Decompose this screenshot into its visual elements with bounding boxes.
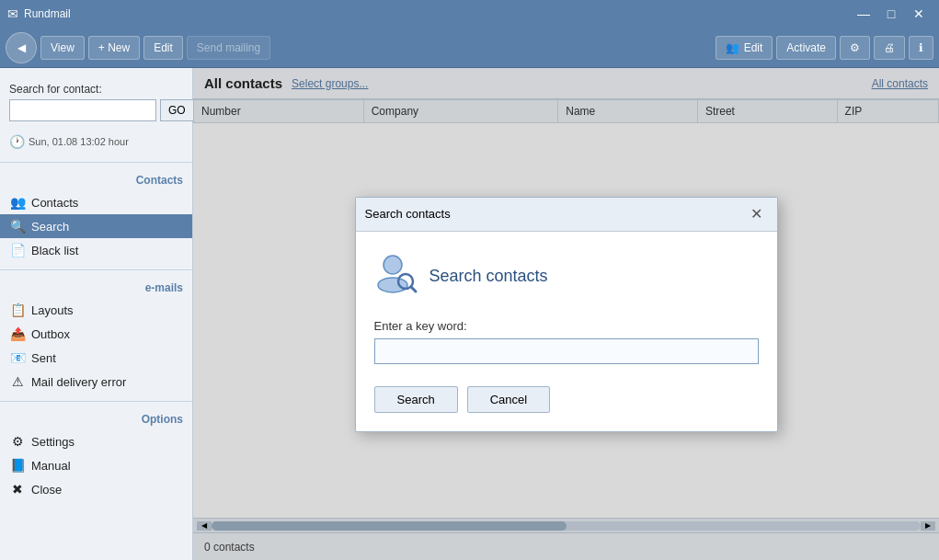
sidebar-layouts-label: Layouts — [31, 303, 74, 317]
search-for-contact-panel: Search for contact: GO — [0, 75, 192, 129]
sidebar-settings-label: Settings — [31, 435, 74, 449]
dialog-search-button[interactable]: Search — [374, 386, 458, 413]
maximize-button[interactable]: □ — [878, 5, 904, 23]
sidebar-manual-label: Manual — [31, 459, 71, 473]
activate-button[interactable]: Activate — [776, 36, 836, 60]
options-section-label: Options — [0, 409, 192, 429]
dialog-buttons: Search Cancel — [374, 386, 759, 413]
datetime-row: 🕐 Sun, 01.08 13:02 hour — [0, 129, 192, 154]
divider-2 — [0, 269, 192, 270]
sidebar-blacklist-label: Black list — [31, 244, 78, 257]
view-button[interactable]: View — [40, 36, 85, 60]
dialog-header-title: Search contacts — [429, 267, 548, 286]
toolbar-left: ◀ View + New Edit Send mailing — [6, 32, 716, 63]
manual-icon: 📘 — [9, 458, 26, 473]
edit-users-icon: 👥 — [726, 41, 739, 54]
svg-point-1 — [378, 278, 407, 292]
dialog-field-label: Enter a key word: — [374, 319, 759, 333]
search-icon: 🔍 — [9, 219, 26, 234]
sidebar-contacts-label: Contacts — [31, 196, 78, 210]
dialog-overlay: Search contacts ✕ — [193, 68, 939, 560]
dialog-cancel-button[interactable]: Cancel — [467, 386, 550, 413]
sent-icon: 📧 — [9, 350, 26, 365]
app-title: Rundmail — [24, 7, 851, 20]
emails-section-label: e-mails — [0, 278, 192, 298]
new-button[interactable]: + New — [88, 36, 140, 60]
back-button[interactable]: ◀ — [6, 32, 37, 63]
sidebar-item-manual[interactable]: 📘 Manual — [0, 453, 192, 477]
clock-icon: 🕐 — [9, 134, 25, 149]
sidebar-item-mail-delivery-error[interactable]: ⚠ Mail delivery error — [0, 370, 192, 394]
divider-3 — [0, 401, 192, 402]
gear-button[interactable]: ⚙ — [840, 36, 870, 60]
search-input-row: GO — [9, 99, 183, 121]
sidebar-item-search[interactable]: 🔍 Search — [0, 214, 192, 238]
dialog-title: Search contacts — [365, 207, 451, 221]
sidebar-outbox-label: Outbox — [31, 327, 70, 341]
app-icon: ✉ — [7, 6, 18, 21]
contacts-section-label: Contacts — [0, 170, 192, 190]
dialog-body: Search contacts Enter a key word: Search… — [356, 232, 777, 431]
datetime-text: Sun, 01.08 13:02 hour — [29, 136, 129, 147]
dialog-header-row: Search contacts — [374, 250, 759, 303]
sidebar: Search for contact: GO 🕐 Sun, 01.08 13:0… — [0, 68, 193, 560]
close-window-button[interactable]: ✕ — [906, 5, 932, 23]
dialog-close-button[interactable]: ✕ — [746, 203, 768, 225]
sidebar-item-sent[interactable]: 📧 Sent — [0, 346, 192, 370]
info-button[interactable]: ℹ — [909, 36, 933, 60]
svg-point-0 — [384, 256, 402, 274]
search-contacts-dialog: Search contacts ✕ — [355, 197, 778, 432]
settings-icon: ⚙ — [9, 434, 26, 449]
sidebar-item-close[interactable]: ✖ Close — [0, 477, 192, 501]
search-for-contact-label: Search for contact: — [9, 83, 183, 96]
main-layout: Search for contact: GO 🕐 Sun, 01.08 13:0… — [0, 68, 939, 560]
edit-right-button[interactable]: 👥 Edit — [716, 36, 773, 60]
close-sidebar-icon: ✖ — [9, 482, 26, 497]
layouts-icon: 📋 — [9, 303, 26, 317]
dialog-titlebar: Search contacts ✕ — [356, 198, 777, 232]
sidebar-search-label: Search — [31, 220, 69, 234]
edit-button[interactable]: Edit — [143, 36, 183, 60]
svg-line-3 — [411, 287, 416, 291]
content-area: All contacts Select groups... All contac… — [193, 68, 939, 560]
contacts-icon: 👥 — [9, 195, 26, 210]
go-button[interactable]: GO — [160, 99, 194, 121]
sidebar-sent-label: Sent — [31, 351, 56, 365]
search-contact-input[interactable] — [9, 99, 156, 121]
blacklist-icon: 📄 — [9, 243, 26, 257]
dialog-search-icon — [374, 250, 418, 303]
sidebar-item-layouts[interactable]: 📋 Layouts — [0, 298, 192, 322]
sidebar-item-outbox[interactable]: 📤 Outbox — [0, 322, 192, 346]
outbox-icon: 📤 — [9, 326, 26, 341]
divider-1 — [0, 162, 192, 163]
keyword-input[interactable] — [374, 338, 759, 364]
toolbar-right: 👥 Edit Activate ⚙ 🖨 ℹ — [716, 36, 933, 60]
sidebar-mail-error-label: Mail delivery error — [31, 375, 126, 389]
minimize-button[interactable]: — — [851, 5, 876, 23]
sidebar-item-blacklist[interactable]: 📄 Black list — [0, 238, 192, 262]
sidebar-item-contacts[interactable]: 👥 Contacts — [0, 190, 192, 214]
send-mailing-button[interactable]: Send mailing — [187, 36, 270, 60]
sidebar-close-label: Close — [31, 483, 62, 497]
toolbar: ◀ View + New Edit Send mailing 👥 Edit Ac… — [0, 28, 939, 68]
mail-error-icon: ⚠ — [9, 374, 26, 389]
title-bar: ✉ Rundmail — □ ✕ — [0, 0, 939, 28]
window-controls: — □ ✕ — [851, 5, 932, 23]
print-button[interactable]: 🖨 — [874, 36, 905, 60]
sidebar-item-settings[interactable]: ⚙ Settings — [0, 429, 192, 453]
